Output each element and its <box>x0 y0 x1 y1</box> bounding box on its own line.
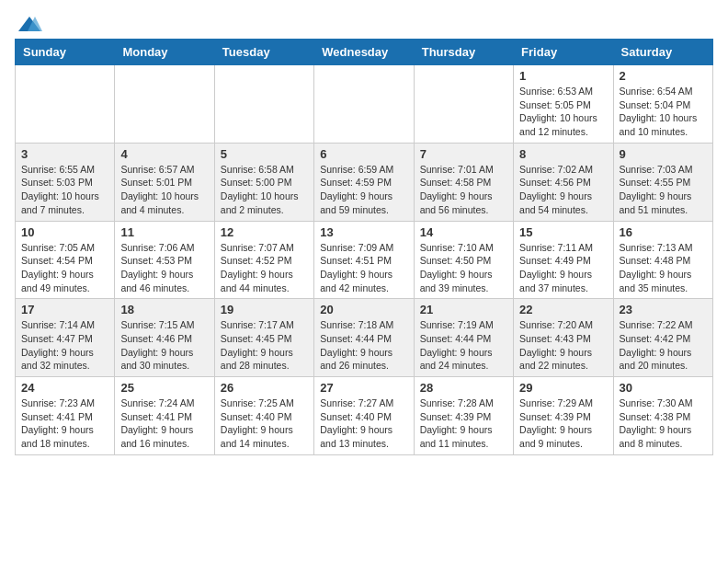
day-number: 8 <box>519 147 607 161</box>
day-info: Sunrise: 7:05 AM Sunset: 4:54 PM Dayligh… <box>21 241 108 295</box>
day-info: Sunrise: 7:20 AM Sunset: 4:43 PM Dayligh… <box>519 318 607 373</box>
calendar-table: SundayMondayTuesdayWednesdayThursdayFrid… <box>15 39 713 455</box>
logo <box>15 15 42 31</box>
calendar-header-wednesday: Wednesday <box>314 40 414 65</box>
calendar-cell: 12Sunrise: 7:07 AM Sunset: 4:52 PM Dayli… <box>214 221 313 299</box>
day-info: Sunrise: 6:58 AM Sunset: 5:00 PM Dayligh… <box>221 163 308 217</box>
day-info: Sunrise: 7:22 AM Sunset: 4:42 PM Dayligh… <box>620 318 707 373</box>
day-info: Sunrise: 7:13 AM Sunset: 4:48 PM Dayligh… <box>620 241 707 295</box>
calendar-cell: 24Sunrise: 7:23 AM Sunset: 4:41 PM Dayli… <box>16 377 115 455</box>
day-info: Sunrise: 7:24 AM Sunset: 4:41 PM Dayligh… <box>120 396 208 451</box>
calendar-cell: 10Sunrise: 7:05 AM Sunset: 4:54 PM Dayli… <box>16 221 115 299</box>
day-info: Sunrise: 7:09 AM Sunset: 4:51 PM Dayligh… <box>320 241 407 295</box>
day-number: 10 <box>21 225 108 239</box>
logo-icon <box>17 15 42 35</box>
day-info: Sunrise: 6:54 AM Sunset: 5:04 PM Dayligh… <box>620 85 707 139</box>
day-number: 17 <box>21 303 108 316</box>
calendar-cell: 4Sunrise: 6:57 AM Sunset: 5:01 PM Daylig… <box>115 143 214 221</box>
calendar-cell: 17Sunrise: 7:14 AM Sunset: 4:47 PM Dayli… <box>16 299 115 377</box>
day-info: Sunrise: 7:07 AM Sunset: 4:52 PM Dayligh… <box>221 241 308 295</box>
page-header <box>15 15 713 31</box>
day-number: 16 <box>620 225 707 239</box>
calendar-cell: 5Sunrise: 6:58 AM Sunset: 5:00 PM Daylig… <box>214 143 313 221</box>
day-number: 2 <box>620 69 707 83</box>
day-number: 28 <box>420 381 507 395</box>
calendar-cell: 20Sunrise: 7:18 AM Sunset: 4:44 PM Dayli… <box>314 299 414 377</box>
calendar-cell: 1Sunrise: 6:53 AM Sunset: 5:05 PM Daylig… <box>514 65 613 144</box>
day-number: 23 <box>620 303 707 316</box>
day-info: Sunrise: 6:53 AM Sunset: 5:05 PM Dayligh… <box>519 85 607 139</box>
calendar-week-0: 1Sunrise: 6:53 AM Sunset: 5:05 PM Daylig… <box>16 65 713 144</box>
calendar-week-3: 17Sunrise: 7:14 AM Sunset: 4:47 PM Dayli… <box>16 299 713 377</box>
day-number: 1 <box>519 69 607 83</box>
day-number: 15 <box>519 225 607 239</box>
day-info: Sunrise: 7:10 AM Sunset: 4:50 PM Dayligh… <box>420 241 507 295</box>
calendar-cell: 16Sunrise: 7:13 AM Sunset: 4:48 PM Dayli… <box>613 221 712 299</box>
day-info: Sunrise: 7:17 AM Sunset: 4:45 PM Dayligh… <box>221 318 308 373</box>
calendar-cell: 23Sunrise: 7:22 AM Sunset: 4:42 PM Dayli… <box>613 299 712 377</box>
day-info: Sunrise: 7:27 AM Sunset: 4:40 PM Dayligh… <box>320 396 407 451</box>
day-info: Sunrise: 7:06 AM Sunset: 4:53 PM Dayligh… <box>120 241 208 295</box>
calendar-header-monday: Monday <box>115 40 214 65</box>
day-info: Sunrise: 7:29 AM Sunset: 4:39 PM Dayligh… <box>519 396 607 451</box>
day-number: 18 <box>120 303 208 316</box>
day-number: 6 <box>320 147 407 161</box>
day-number: 20 <box>320 303 407 316</box>
calendar-cell <box>16 65 115 144</box>
day-info: Sunrise: 7:03 AM Sunset: 4:55 PM Dayligh… <box>620 163 707 217</box>
calendar-cell <box>115 65 214 144</box>
calendar-cell: 26Sunrise: 7:25 AM Sunset: 4:40 PM Dayli… <box>214 377 313 455</box>
calendar-cell: 18Sunrise: 7:15 AM Sunset: 4:46 PM Dayli… <box>115 299 214 377</box>
day-number: 26 <box>221 381 308 395</box>
day-info: Sunrise: 7:11 AM Sunset: 4:49 PM Dayligh… <box>519 241 607 295</box>
calendar-header-saturday: Saturday <box>613 40 712 65</box>
day-number: 11 <box>120 225 208 239</box>
calendar-header-row: SundayMondayTuesdayWednesdayThursdayFrid… <box>16 40 713 65</box>
day-info: Sunrise: 7:01 AM Sunset: 4:58 PM Dayligh… <box>420 163 507 217</box>
calendar-cell: 21Sunrise: 7:19 AM Sunset: 4:44 PM Dayli… <box>414 299 513 377</box>
day-info: Sunrise: 7:02 AM Sunset: 4:56 PM Dayligh… <box>519 163 607 217</box>
calendar-cell: 2Sunrise: 6:54 AM Sunset: 5:04 PM Daylig… <box>613 65 712 144</box>
calendar-cell: 11Sunrise: 7:06 AM Sunset: 4:53 PM Dayli… <box>115 221 214 299</box>
day-info: Sunrise: 7:18 AM Sunset: 4:44 PM Dayligh… <box>320 318 407 373</box>
day-number: 21 <box>420 303 507 316</box>
day-number: 30 <box>620 381 707 395</box>
day-info: Sunrise: 6:59 AM Sunset: 4:59 PM Dayligh… <box>320 163 407 217</box>
day-number: 12 <box>221 225 308 239</box>
calendar-cell: 8Sunrise: 7:02 AM Sunset: 4:56 PM Daylig… <box>514 143 613 221</box>
calendar-cell <box>414 65 513 144</box>
day-info: Sunrise: 7:15 AM Sunset: 4:46 PM Dayligh… <box>120 318 208 373</box>
calendar-cell: 3Sunrise: 6:55 AM Sunset: 5:03 PM Daylig… <box>16 143 115 221</box>
calendar-header-tuesday: Tuesday <box>214 40 313 65</box>
calendar-week-4: 24Sunrise: 7:23 AM Sunset: 4:41 PM Dayli… <box>16 377 713 455</box>
calendar-week-2: 10Sunrise: 7:05 AM Sunset: 4:54 PM Dayli… <box>16 221 713 299</box>
day-number: 3 <box>21 147 108 161</box>
day-info: Sunrise: 7:25 AM Sunset: 4:40 PM Dayligh… <box>221 396 308 451</box>
day-number: 27 <box>320 381 407 395</box>
calendar-cell <box>314 65 414 144</box>
calendar-cell: 22Sunrise: 7:20 AM Sunset: 4:43 PM Dayli… <box>514 299 613 377</box>
day-info: Sunrise: 7:19 AM Sunset: 4:44 PM Dayligh… <box>420 318 507 373</box>
day-info: Sunrise: 7:23 AM Sunset: 4:41 PM Dayligh… <box>21 396 108 451</box>
day-info: Sunrise: 6:57 AM Sunset: 5:01 PM Dayligh… <box>120 163 208 217</box>
calendar-cell: 28Sunrise: 7:28 AM Sunset: 4:39 PM Dayli… <box>414 377 513 455</box>
calendar-cell <box>214 65 313 144</box>
day-info: Sunrise: 7:14 AM Sunset: 4:47 PM Dayligh… <box>21 318 108 373</box>
calendar-cell: 25Sunrise: 7:24 AM Sunset: 4:41 PM Dayli… <box>115 377 214 455</box>
day-number: 29 <box>519 381 607 395</box>
day-number: 22 <box>519 303 607 316</box>
day-number: 24 <box>21 381 108 395</box>
calendar-week-1: 3Sunrise: 6:55 AM Sunset: 5:03 PM Daylig… <box>16 143 713 221</box>
day-info: Sunrise: 7:30 AM Sunset: 4:38 PM Dayligh… <box>620 396 707 451</box>
calendar-header-sunday: Sunday <box>16 40 115 65</box>
day-number: 4 <box>120 147 208 161</box>
calendar-cell: 30Sunrise: 7:30 AM Sunset: 4:38 PM Dayli… <box>613 377 712 455</box>
calendar-header-friday: Friday <box>514 40 613 65</box>
calendar-cell: 13Sunrise: 7:09 AM Sunset: 4:51 PM Dayli… <box>314 221 414 299</box>
calendar-cell: 6Sunrise: 6:59 AM Sunset: 4:59 PM Daylig… <box>314 143 414 221</box>
day-info: Sunrise: 7:28 AM Sunset: 4:39 PM Dayligh… <box>420 396 507 451</box>
calendar-cell: 29Sunrise: 7:29 AM Sunset: 4:39 PM Dayli… <box>514 377 613 455</box>
calendar-cell: 27Sunrise: 7:27 AM Sunset: 4:40 PM Dayli… <box>314 377 414 455</box>
day-number: 13 <box>320 225 407 239</box>
day-number: 25 <box>120 381 208 395</box>
